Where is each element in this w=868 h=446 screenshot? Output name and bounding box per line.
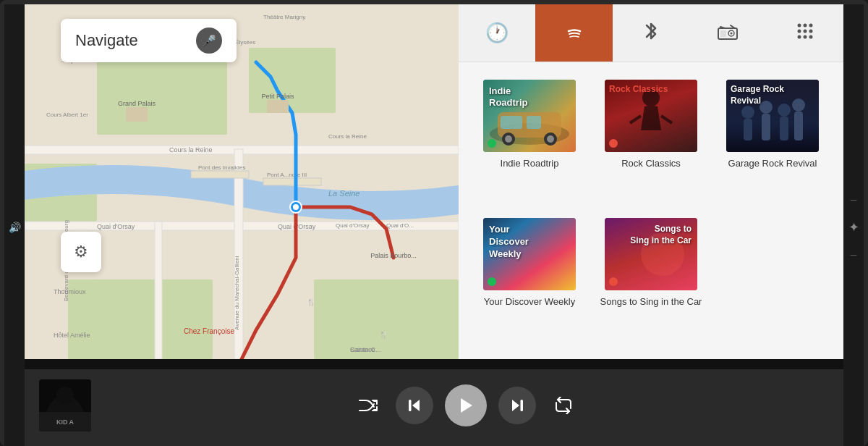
svg-rect-5 bbox=[314, 279, 459, 359]
right-icon-bottom: ─ bbox=[851, 250, 857, 260]
prev-button[interactable] bbox=[396, 387, 433, 424]
svg-marker-79 bbox=[412, 400, 420, 411]
svg-point-51 bbox=[797, 29, 801, 33]
history-icon: 🕐 bbox=[485, 22, 509, 44]
apps-icon bbox=[796, 22, 814, 45]
playlist-thumb-discover: Your Discover Weekly bbox=[483, 218, 576, 290]
svg-point-77 bbox=[56, 387, 74, 404]
tab-spotify[interactable] bbox=[535, 4, 612, 62]
svg-text:Cours la Reine: Cours la Reine bbox=[328, 133, 367, 140]
svg-point-55 bbox=[803, 35, 807, 38]
playlist-name-rock: Rock Classics bbox=[621, 158, 681, 170]
tab-apps[interactable] bbox=[767, 4, 843, 62]
svg-point-48 bbox=[797, 23, 801, 27]
playlist-item-empty bbox=[719, 218, 826, 342]
playlist-thumb-songs: Songs to Sing in the Car bbox=[605, 218, 697, 290]
radio-icon bbox=[718, 22, 738, 44]
svg-rect-14 bbox=[191, 171, 249, 178]
svg-text:Pont des Invalides: Pont des Invalides bbox=[198, 164, 245, 171]
svg-marker-82 bbox=[512, 400, 519, 411]
svg-point-66 bbox=[741, 106, 754, 119]
player-bar: KID A bbox=[25, 369, 843, 442]
album-art: KID A bbox=[39, 379, 91, 432]
svg-rect-45 bbox=[720, 30, 726, 37]
bluetooth-icon bbox=[642, 21, 660, 46]
svg-rect-80 bbox=[409, 400, 412, 411]
svg-text:Chez Françoise: Chez Françoise bbox=[184, 327, 234, 335]
playlist-thumb-rock: Rock Classics bbox=[605, 80, 697, 152]
svg-text:Palais Bourbo...: Palais Bourbo... bbox=[370, 252, 417, 259]
right-panel: ─ ✦ ─ bbox=[843, 4, 864, 446]
svg-text:Hôtel Amélie: Hôtel Amélie bbox=[54, 332, 90, 339]
playlist-item-indie-roadtrip[interactable]: Indie Roadtrip Indie Roadtrip bbox=[476, 80, 583, 203]
tab-radio[interactable] bbox=[689, 4, 766, 62]
svg-rect-27 bbox=[267, 100, 289, 113]
svg-rect-16 bbox=[263, 178, 321, 185]
svg-rect-69 bbox=[762, 114, 770, 140]
music-panel: 🕐 bbox=[459, 4, 843, 359]
car-frame: 🔊 ─ ✦ ─ Cours la Reine Quai d'Orsay bbox=[0, 0, 868, 446]
tab-bluetooth[interactable] bbox=[613, 4, 689, 62]
svg-rect-64 bbox=[527, 116, 541, 129]
spotify-logo bbox=[563, 22, 586, 45]
svg-point-60 bbox=[505, 135, 512, 143]
player-controls bbox=[103, 384, 829, 426]
svg-rect-25 bbox=[126, 107, 148, 122]
tab-bar: 🕐 bbox=[459, 4, 843, 62]
svg-point-19 bbox=[293, 204, 299, 210]
playlist-item-garage-rock[interactable]: Garage Rock Revival Garage Rock Revival bbox=[719, 80, 826, 203]
navigate-bar: Navigate 🎤 bbox=[61, 19, 237, 62]
svg-text:Quai d'O...: Quai d'O... bbox=[386, 222, 414, 229]
svg-rect-67 bbox=[744, 119, 752, 140]
svg-rect-71 bbox=[780, 117, 788, 140]
playlist-name-garage: Garage Rock Revival bbox=[728, 158, 817, 170]
playlist-name-indie: Indie Roadtrip bbox=[501, 158, 559, 170]
svg-rect-2 bbox=[249, 48, 336, 113]
bluetooth-icon-right: ✦ bbox=[848, 219, 859, 235]
svg-text:Quai d'Orsay: Quai d'Orsay bbox=[97, 223, 135, 230]
navigate-label: Navigate bbox=[75, 31, 138, 50]
svg-text:Grand Palais: Grand Palais bbox=[118, 100, 156, 107]
svg-point-50 bbox=[809, 23, 812, 27]
playlist-item-songs[interactable]: Songs to Sing in the Car Songs to Sing i… bbox=[597, 218, 705, 342]
svg-text:La Seine: La Seine bbox=[328, 189, 359, 198]
svg-rect-13 bbox=[155, 222, 162, 359]
svg-text:🍴: 🍴 bbox=[307, 298, 316, 307]
svg-text:🍴: 🍴 bbox=[379, 330, 388, 340]
svg-text:Théâtre Marigny: Théâtre Marigny bbox=[263, 14, 305, 20]
mic-button[interactable]: 🎤 bbox=[196, 28, 222, 54]
svg-point-47 bbox=[731, 32, 733, 34]
playlist-item-discover[interactable]: Your Discover Weekly Your Discover Weekl… bbox=[476, 218, 583, 342]
svg-point-49 bbox=[803, 23, 807, 27]
svg-point-56 bbox=[809, 35, 812, 38]
left-panel: 🔊 bbox=[4, 4, 25, 446]
settings-button[interactable]: ⚙ bbox=[61, 232, 101, 272]
svg-rect-63 bbox=[501, 116, 522, 129]
next-button[interactable] bbox=[498, 387, 536, 424]
svg-text:Thoumioux: Thoumioux bbox=[54, 288, 86, 295]
shuffle-button[interactable] bbox=[352, 390, 384, 421]
svg-point-53 bbox=[809, 29, 812, 33]
playlist-item-rock-classics[interactable]: Rock Classics Rock Classics bbox=[597, 80, 705, 203]
tab-history[interactable]: 🕐 bbox=[459, 4, 535, 62]
svg-rect-83 bbox=[521, 400, 524, 411]
settings-icon: ⚙ bbox=[74, 243, 88, 261]
playlist-thumb-garage: Garage Rock Revival bbox=[726, 80, 819, 152]
svg-rect-73 bbox=[794, 112, 803, 140]
map-area: Cours la Reine Quai d'Orsay Quai d'Orsay… bbox=[25, 4, 459, 359]
svg-text:Avenue du Marechal-Gallieni: Avenue du Marechal-Gallieni bbox=[234, 256, 240, 330]
svg-text:Sainte-C...: Sainte-C... bbox=[350, 346, 381, 353]
svg-point-62 bbox=[547, 135, 554, 143]
volume-icon: 🔊 bbox=[9, 222, 21, 233]
playlist-thumb-indie: Indie Roadtrip bbox=[483, 80, 576, 152]
svg-point-52 bbox=[803, 29, 807, 33]
svg-text:KID A: KID A bbox=[56, 418, 75, 426]
repeat-button[interactable] bbox=[548, 390, 579, 421]
mic-icon: 🎤 bbox=[202, 34, 216, 48]
playlist-name-songs: Songs to Sing in the Car bbox=[600, 296, 702, 308]
svg-point-72 bbox=[792, 98, 805, 112]
svg-text:Cours Albert 1er: Cours Albert 1er bbox=[46, 112, 88, 118]
svg-text:Cours la Reine: Cours la Reine bbox=[169, 146, 213, 153]
svg-marker-81 bbox=[461, 398, 472, 413]
play-button[interactable] bbox=[445, 384, 487, 426]
